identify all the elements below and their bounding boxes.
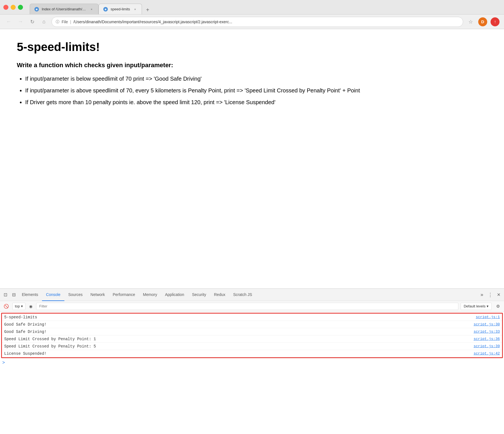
console-row: Speed Limit Crossed by Penalty Point: 1 … — [2, 335, 502, 343]
console-link-4[interactable]: script.js:36 — [473, 337, 500, 341]
bullet-item-2: If input/parameter is above speedlimit o… — [25, 86, 487, 95]
tab-scratch-js[interactable]: Scratch JS — [229, 289, 256, 301]
url-info-icon: ⓘ — [56, 19, 59, 24]
console-text-2: Good Safe Driving! — [4, 322, 46, 327]
bullet-item-3: If Driver gets more than 10 penalty poin… — [25, 98, 487, 106]
title-bar: ◉ Index of /Users/dinanath/Docum... × ◉ … — [0, 0, 504, 15]
default-levels-label: Default levels — [464, 304, 486, 308]
tab-elements[interactable]: Elements — [18, 289, 42, 301]
console-row: Good Safe Driving! script.js:33 — [2, 328, 502, 335]
bullet-item-1: If input/parameter is below speedlimit o… — [25, 74, 487, 83]
devtools-panel: ⊡ ⊟ Elements Console Sources Network Per… — [0, 288, 504, 434]
url-bar[interactable]: ⓘ File | /Users/dinanath/Documents/impor… — [52, 17, 463, 27]
console-text-1: 5-speed-limits — [4, 315, 37, 319]
bookmark-button[interactable]: ☆ — [466, 18, 475, 26]
back-button[interactable]: ← — [4, 18, 13, 26]
page-content: 5-speed-limits! Write a function which c… — [0, 29, 504, 288]
close-window-button[interactable] — [3, 5, 8, 10]
device-tool-button[interactable]: ⊟ — [10, 291, 18, 299]
console-link-2[interactable]: script.js:30 — [473, 322, 500, 326]
tab-close-2[interactable]: × — [133, 7, 137, 11]
console-text-6: License Suspended! — [4, 351, 46, 356]
browser-tab-1[interactable]: ◉ Index of /Users/dinanath/Docum... × — [30, 4, 99, 14]
minimize-window-button[interactable] — [11, 5, 16, 10]
tab-redux[interactable]: Redux — [210, 289, 229, 301]
console-highlighted-region: 5-speed-limits script.js:1 Good Safe Dri… — [1, 313, 503, 358]
page-subtitle: Write a function which checks given inpu… — [17, 62, 487, 69]
tab-memory[interactable]: Memory — [139, 289, 161, 301]
url-file-label: File — [62, 20, 68, 24]
console-text-4: Speed Limit Crossed by Penalty Point: 1 — [4, 337, 96, 341]
console-row: 5-speed-limits script.js:1 — [2, 314, 502, 321]
devtools-tab-bar: ⊡ ⊟ Elements Console Sources Network Per… — [0, 289, 504, 301]
maximize-window-button[interactable] — [18, 5, 23, 10]
console-link-1[interactable]: script.js:1 — [476, 315, 500, 319]
devtools-toolbar: 🚫 top ▾ ◉ Default levels ▾ ⚙ — [0, 301, 504, 312]
forward-button[interactable]: → — [16, 18, 25, 26]
tab-title-2: speed-limits — [111, 7, 130, 11]
tab-favicon-2: ◉ — [103, 7, 108, 11]
console-output: 5-speed-limits script.js:1 Good Safe Dri… — [0, 312, 504, 434]
extension-button[interactable]: ↑ — [491, 17, 500, 26]
console-link-5[interactable]: script.js:39 — [473, 344, 500, 348]
tab-security[interactable]: Security — [188, 289, 210, 301]
filter-input[interactable] — [36, 303, 458, 310]
tab-application[interactable]: Application — [161, 289, 188, 301]
reload-button[interactable]: ↻ — [28, 18, 36, 26]
user-avatar[interactable]: D — [478, 17, 487, 26]
console-prompt[interactable]: > — [0, 359, 504, 367]
console-row: Speed Limit Crossed by Penalty Point: 5 … — [2, 343, 502, 350]
console-text-3: Good Safe Driving! — [4, 330, 46, 334]
devtools-menu-button[interactable]: ⋮ — [486, 291, 494, 299]
eye-icon: ◉ — [28, 303, 34, 309]
console-settings-button[interactable]: ⚙ — [494, 302, 502, 310]
page-title: 5-speed-limits! — [17, 40, 487, 54]
default-levels-arrow: ▾ — [487, 304, 489, 308]
inspect-tool-button[interactable]: ⊡ — [1, 291, 10, 299]
home-button[interactable]: ⌂ — [40, 18, 48, 26]
address-bar: ← → ↻ ⌂ ⓘ File | /Users/dinanath/Documen… — [0, 15, 504, 29]
tab-title-1: Index of /Users/dinanath/Docum... — [42, 7, 87, 11]
tab-console[interactable]: Console — [42, 289, 64, 301]
console-link-6[interactable]: script.js:42 — [473, 351, 500, 356]
tab-close-1[interactable]: × — [89, 7, 94, 11]
new-tab-button[interactable]: + — [143, 5, 152, 14]
console-row: Good Safe Driving! script.js:30 — [2, 321, 502, 328]
url-path: /Users/dinanath/Documents/important/reso… — [73, 20, 232, 24]
browser-tab-2[interactable]: ◉ speed-limits × — [99, 4, 142, 14]
context-label: top — [15, 304, 20, 308]
tab-bar: ◉ Index of /Users/dinanath/Docum... × ◉ … — [30, 0, 152, 14]
bullet-list: If input/parameter is below speedlimit o… — [25, 74, 487, 106]
console-link-3[interactable]: script.js:33 — [473, 330, 500, 334]
url-separator: | — [70, 20, 71, 24]
tab-sources[interactable]: Sources — [64, 289, 87, 301]
console-row: License Suspended! script.js:42 — [2, 350, 502, 357]
devtools-close-button[interactable]: × — [494, 291, 503, 299]
context-arrow-icon: ▾ — [21, 304, 23, 308]
traffic-lights — [3, 5, 23, 10]
tab-network[interactable]: Network — [87, 289, 109, 301]
tab-performance[interactable]: Performance — [109, 289, 139, 301]
devtools-more-button[interactable]: » — [478, 291, 486, 299]
context-selector[interactable]: top ▾ — [12, 303, 25, 310]
clear-console-button[interactable]: 🚫 — [2, 302, 10, 310]
default-levels-selector[interactable]: Default levels ▾ — [461, 303, 492, 310]
tab-favicon-1: ◉ — [34, 7, 39, 11]
browser-window: ◉ Index of /Users/dinanath/Docum... × ◉ … — [0, 0, 504, 434]
console-text-5: Speed Limit Crossed by Penalty Point: 5 — [4, 344, 96, 349]
